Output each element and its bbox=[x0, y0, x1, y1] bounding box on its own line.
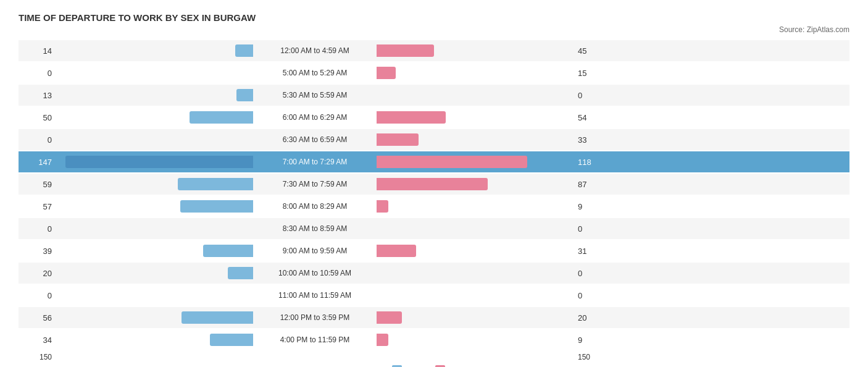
male-bar bbox=[235, 44, 253, 57]
female-bar-container bbox=[377, 289, 574, 302]
time-label: 8:00 AM to 8:29 AM bbox=[253, 202, 377, 211]
chart-row: 14 12:00 AM to 4:59 AM 45 bbox=[19, 40, 849, 61]
chart-row: 0 6:30 AM to 6:59 AM 33 bbox=[19, 129, 849, 150]
chart-row: 39 9:00 AM to 9:59 AM 31 bbox=[19, 240, 849, 261]
male-value: 13 bbox=[19, 91, 56, 100]
female-bar-container bbox=[377, 67, 574, 79]
chart-row: 0 8:30 AM to 8:59 AM 0 bbox=[19, 218, 849, 239]
time-label: 7:30 AM to 7:59 AM bbox=[253, 180, 377, 188]
female-value: 0 bbox=[574, 91, 611, 100]
time-label: 4:00 PM to 11:59 PM bbox=[253, 335, 377, 344]
male-bar bbox=[180, 200, 253, 213]
female-bar-container bbox=[377, 200, 574, 213]
male-bar-container bbox=[56, 200, 253, 213]
female-bar-container bbox=[377, 178, 574, 190]
male-value: 147 bbox=[19, 158, 56, 167]
male-value: 56 bbox=[19, 313, 56, 323]
time-label: 5:00 AM to 5:29 AM bbox=[253, 69, 377, 77]
time-label: 10:00 AM to 10:59 AM bbox=[253, 269, 377, 277]
female-value: 9 bbox=[574, 202, 611, 211]
chart-row: 20 10:00 AM to 10:59 AM 0 bbox=[19, 263, 849, 284]
female-bar bbox=[377, 156, 527, 168]
female-value: 118 bbox=[574, 158, 611, 167]
axis-right-label: 150 bbox=[574, 353, 611, 361]
female-bar bbox=[377, 67, 396, 79]
time-label: 6:00 AM to 6:29 AM bbox=[253, 113, 377, 122]
female-value: 45 bbox=[574, 46, 611, 56]
female-value: 0 bbox=[574, 291, 611, 300]
male-value: 39 bbox=[19, 247, 56, 256]
male-bar bbox=[182, 311, 253, 324]
time-label: 6:30 AM to 6:59 AM bbox=[253, 135, 377, 144]
chart-title: TIME OF DEPARTURE TO WORK BY SEX IN BURG… bbox=[19, 12, 849, 23]
chart-row: 13 5:30 AM to 5:59 AM 0 bbox=[19, 85, 849, 106]
male-value: 0 bbox=[19, 135, 56, 145]
male-bar-container bbox=[56, 334, 253, 346]
time-label: 9:00 AM to 9:59 AM bbox=[253, 247, 377, 255]
female-bar-container bbox=[377, 222, 574, 235]
chart-row: 147 7:00 AM to 7:29 AM 118 bbox=[19, 151, 849, 172]
male-bar-container bbox=[56, 245, 253, 257]
female-value: 0 bbox=[574, 224, 611, 234]
chart-row: 59 7:30 AM to 7:59 AM 87 bbox=[19, 174, 849, 195]
female-bar-container bbox=[377, 267, 574, 279]
female-value: 15 bbox=[574, 69, 611, 78]
male-bar bbox=[190, 111, 253, 124]
male-bar-container bbox=[56, 156, 253, 168]
female-bar bbox=[377, 133, 419, 146]
time-label: 12:00 PM to 3:59 PM bbox=[253, 313, 377, 322]
male-value: 20 bbox=[19, 269, 56, 278]
male-bar-container bbox=[56, 133, 253, 146]
female-bar-container bbox=[377, 89, 574, 101]
axis-left-label: 150 bbox=[19, 353, 56, 361]
female-bar-container bbox=[377, 44, 574, 57]
chart-row: 0 11:00 AM to 11:59 AM 0 bbox=[19, 285, 849, 306]
female-bar bbox=[377, 245, 416, 257]
time-label: 12:00 AM to 4:59 AM bbox=[253, 46, 377, 55]
chart-row: 34 4:00 PM to 11:59 PM 9 bbox=[19, 329, 849, 350]
male-value: 14 bbox=[19, 46, 56, 56]
male-bar bbox=[203, 245, 253, 257]
male-bar-container bbox=[56, 222, 253, 235]
male-bar bbox=[228, 267, 253, 279]
axis-row: 150 150 bbox=[19, 353, 849, 361]
chart-row: 0 5:00 AM to 5:29 AM 15 bbox=[19, 62, 849, 83]
time-label: 11:00 AM to 11:59 AM bbox=[253, 291, 377, 300]
female-value: 9 bbox=[574, 335, 611, 345]
female-bar-container bbox=[377, 111, 574, 124]
female-bar bbox=[377, 178, 488, 190]
female-bar-container bbox=[377, 133, 574, 146]
female-value: 31 bbox=[574, 247, 611, 256]
male-bar bbox=[65, 156, 253, 168]
female-bar-container bbox=[377, 156, 574, 168]
male-bar-container bbox=[56, 289, 253, 302]
male-value: 34 bbox=[19, 335, 56, 345]
female-bar-container bbox=[377, 311, 574, 324]
female-bar bbox=[377, 111, 446, 124]
male-bar bbox=[210, 334, 253, 346]
male-bar-container bbox=[56, 267, 253, 279]
female-value: 20 bbox=[574, 313, 611, 323]
male-value: 0 bbox=[19, 291, 56, 300]
time-label: 8:30 AM to 8:59 AM bbox=[253, 224, 377, 233]
female-value: 33 bbox=[574, 135, 611, 145]
male-bar-container bbox=[56, 111, 253, 124]
female-bar-container bbox=[377, 334, 574, 346]
time-label: 7:00 AM to 7:29 AM bbox=[253, 158, 377, 166]
chart-area: 14 12:00 AM to 4:59 AM 45 0 5:00 AM to 5… bbox=[19, 40, 849, 350]
female-bar bbox=[377, 200, 388, 213]
male-value: 0 bbox=[19, 69, 56, 78]
chart-row: 50 6:00 AM to 6:29 AM 54 bbox=[19, 107, 849, 128]
male-bar-container bbox=[56, 67, 253, 79]
female-value: 54 bbox=[574, 113, 611, 122]
male-value: 0 bbox=[19, 224, 56, 234]
male-bar bbox=[178, 178, 253, 190]
female-bar bbox=[377, 44, 434, 57]
male-bar-container bbox=[56, 311, 253, 324]
male-bar-container bbox=[56, 44, 253, 57]
female-bar-container bbox=[377, 245, 574, 257]
source-label: Source: ZipAtlas.com bbox=[19, 25, 849, 34]
male-value: 50 bbox=[19, 113, 56, 122]
male-value: 57 bbox=[19, 202, 56, 211]
male-bar-container bbox=[56, 89, 253, 101]
